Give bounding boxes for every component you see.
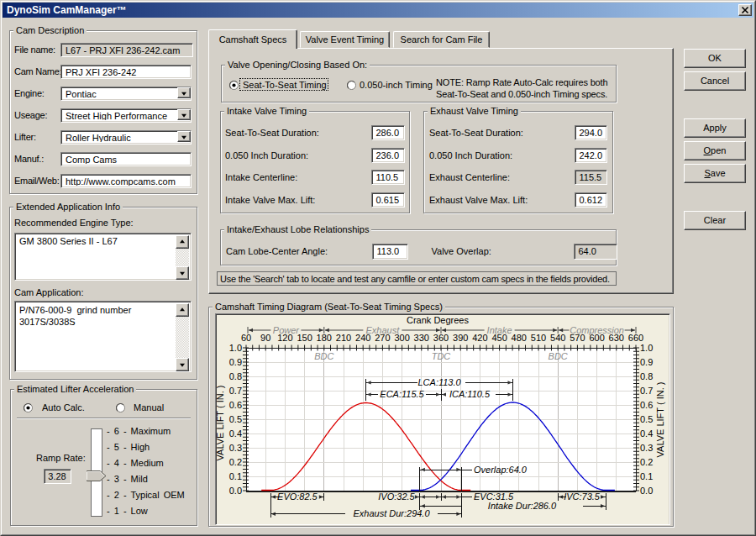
svg-text:EVO:82.5: EVO:82.5 [277,491,318,502]
svg-text:LCA:113.0: LCA:113.0 [418,377,462,387]
svg-text:0.0: 0.0 [640,486,653,496]
svg-text:IVO:32.5: IVO:32.5 [378,491,415,502]
svg-text:330: 330 [414,333,429,343]
svg-text:540: 540 [550,333,565,343]
svg-text:0.0: 0.0 [229,486,242,496]
svg-text:480: 480 [512,333,527,343]
svg-text:Crank Degrees: Crank Degrees [407,315,469,325]
svg-text:1.0: 1.0 [640,343,653,353]
svg-text:0.8: 0.8 [229,371,242,381]
svg-text:BDC: BDC [549,351,568,361]
svg-text:0.6: 0.6 [640,400,653,410]
svg-text:TDC: TDC [432,351,451,361]
svg-text:0.7: 0.7 [640,386,653,396]
svg-text:Exhaust Dur:294.0: Exhaust Dur:294.0 [353,508,430,518]
svg-text:ICA:110.5: ICA:110.5 [449,389,491,399]
svg-text:0.2: 0.2 [229,457,242,467]
svg-text:Exhaust: Exhaust [366,325,401,335]
svg-text:660: 660 [628,333,643,343]
svg-text:180: 180 [317,333,332,343]
svg-text:0.7: 0.7 [229,386,242,396]
svg-text:IVC:73.5: IVC:73.5 [564,491,601,502]
svg-text:ECA:115.5: ECA:115.5 [380,389,424,399]
svg-text:0.1: 0.1 [640,471,653,481]
svg-text:510: 510 [531,333,546,343]
svg-text:Intake Dur:286.0: Intake Dur:286.0 [488,501,557,511]
svg-text:BDC: BDC [314,351,333,361]
svg-text:VALVE LIFT ( IN. ): VALVE LIFT ( IN. ) [217,386,225,461]
svg-text:0.5: 0.5 [640,414,653,424]
svg-text:Power: Power [273,325,301,335]
svg-text:0.8: 0.8 [640,371,653,381]
svg-text:150: 150 [297,333,312,343]
svg-text:Compression: Compression [570,325,624,335]
svg-text:0.3: 0.3 [640,443,653,453]
svg-text:90: 90 [260,333,270,343]
svg-text:0.6: 0.6 [229,400,242,410]
svg-text:0.1: 0.1 [229,471,242,481]
svg-text:0.2: 0.2 [640,457,653,467]
svg-text:VALVE LIFT ( IN. ): VALVE LIFT ( IN. ) [655,382,665,458]
svg-text:420: 420 [472,333,487,343]
svg-text:0.4: 0.4 [229,428,242,439]
svg-text:390: 390 [453,333,468,343]
svg-text:210: 210 [336,333,351,343]
svg-text:0.5: 0.5 [229,414,242,424]
svg-text:1.0: 1.0 [229,343,242,353]
svg-text:Overlap:64.0: Overlap:64.0 [474,465,528,475]
svg-text:0.3: 0.3 [229,443,242,453]
svg-text:360: 360 [433,333,449,343]
svg-text:60: 60 [241,333,251,343]
svg-text:0.4: 0.4 [640,428,653,439]
svg-text:0.9: 0.9 [229,357,242,367]
svg-text:Intake: Intake [487,325,512,335]
svg-text:0.9: 0.9 [640,357,653,367]
